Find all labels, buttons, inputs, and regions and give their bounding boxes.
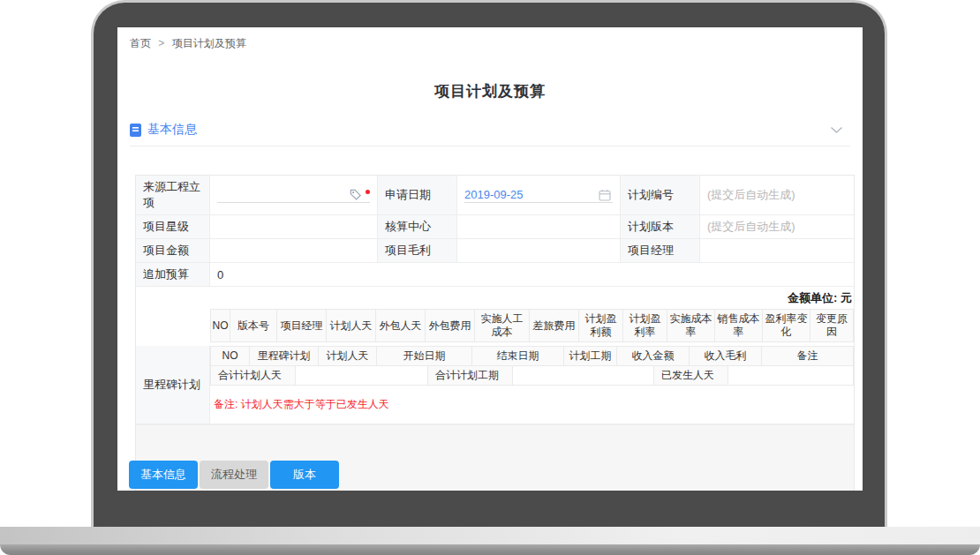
amount-unit-row: 金额单位: 元: [136, 287, 854, 309]
label-source-project: 来源工程立项: [136, 176, 210, 215]
version-col-header: 外包费用: [426, 310, 475, 342]
laptop-base: [0, 527, 980, 555]
apply-date-cell: 2019-09-25: [457, 176, 621, 215]
version-col-header: 版本号: [230, 310, 277, 342]
label-project-amount: 项目金额: [136, 239, 210, 263]
milestone-col-header: 备注: [762, 347, 854, 366]
chevron-down-icon[interactable]: [830, 126, 850, 134]
breadcrumb: 首页 > 项目计划及预算: [117, 27, 863, 51]
label-apply-date: 申请日期: [378, 176, 457, 215]
milestone-col-header: 计划工期: [564, 347, 617, 366]
version-col-header: 变更原因: [810, 310, 854, 342]
plan-no-placeholder: (提交后自动生成): [707, 187, 795, 203]
source-project-input[interactable]: [217, 188, 370, 203]
version-col-header: NO: [211, 310, 230, 342]
project-manager-value: [700, 239, 854, 263]
project-star-value: [210, 215, 378, 239]
label-project-profit: 项目毛利: [378, 239, 457, 263]
label-project-manager: 项目经理: [621, 239, 700, 263]
milestone-section: 里程碑计划 NO 里程碑计划 计划人天 开始日期: [136, 346, 854, 424]
milestone-col-header: 收入毛利: [690, 347, 762, 366]
laptop-base-top: [0, 527, 980, 544]
version-col-header: 外包人天: [376, 310, 426, 342]
label-additional-budget: 追加预算: [136, 263, 210, 287]
milestone-summary-row: 合计计划人天 合计计划工期 已发生人天: [210, 366, 854, 386]
version-col-header: 项目经理: [277, 310, 327, 342]
version-col-header: 计划盈利率: [623, 310, 667, 342]
milestone-col-header: NO: [211, 347, 250, 366]
additional-budget-value: 0: [210, 263, 854, 287]
occurred-days-value: [727, 366, 854, 386]
tab-process[interactable]: 流程处理: [200, 461, 268, 489]
milestone-col-header: 计划人天: [319, 347, 377, 366]
basic-info-form: 来源工程立项 申请日期 2019-09-25: [135, 175, 855, 491]
occurred-days-label: 已发生人天: [653, 366, 727, 386]
breadcrumb-home[interactable]: 首页: [130, 37, 151, 49]
version-col-header: 计划盈利额: [579, 310, 623, 342]
amount-unit-note: 金额单位: 元: [788, 290, 852, 306]
version-col-header: 实施成本率: [667, 310, 715, 342]
apply-date-value[interactable]: 2019-09-25: [464, 188, 524, 201]
breadcrumb-current: 项目计划及预算: [172, 37, 246, 49]
breadcrumb-separator: >: [158, 37, 164, 49]
milestone-content: NO 里程碑计划 计划人天 开始日期 结束日期 计划工期 收入金额 收入毛利 备…: [210, 346, 854, 424]
total-duration-label: 合计计划工期: [427, 366, 512, 386]
milestone-col-header: 里程碑计划: [250, 347, 319, 366]
version-col-header: 销售成本率: [715, 310, 763, 342]
label-plan-no: 计划编号: [621, 176, 700, 215]
milestone-row-label: 里程碑计划: [136, 346, 210, 424]
version-col-header: 实施人工成本: [475, 310, 530, 342]
laptop-base-bottom: [0, 544, 980, 555]
laptop-mockup: 首页 > 项目计划及预算 项目计划及预算 基本信息 来源工程立项: [0, 0, 980, 555]
project-profit-value: [457, 239, 621, 263]
section-header-basic-info: 基本信息: [130, 122, 850, 138]
bottom-tabs: 基本信息 流程处理 版本: [129, 461, 339, 489]
plan-version-placeholder: (提交后自动生成): [707, 219, 795, 235]
plan-no-cell: (提交后自动生成): [700, 176, 854, 215]
page-title: 项目计划及预算: [117, 81, 863, 101]
version-col-header: 盈利率变化: [763, 310, 810, 342]
total-plan-days-label: 合计计划人天: [210, 366, 295, 386]
cost-center-value: [457, 215, 621, 239]
label-plan-version: 计划版本: [621, 215, 700, 239]
form-grid: 来源工程立项 申请日期 2019-09-25: [136, 176, 854, 287]
required-marker: [366, 190, 370, 194]
version-table-section: NO 版本号 项目经理 计划人天 外包人天 外包费用 实施人工成本 差旅费用 计…: [136, 309, 854, 342]
project-amount-value: [210, 239, 378, 263]
app-window: 首页 > 项目计划及预算 项目计划及预算 基本信息 来源工程立项: [117, 27, 863, 491]
milestone-col-header: 收入金额: [617, 347, 690, 366]
validation-note: 备注: 计划人天需大于等于已发生人天: [214, 397, 854, 412]
milestone-col-header: 开始日期: [377, 347, 472, 366]
tag-icon: [349, 188, 362, 201]
total-plan-days-value: [295, 366, 427, 386]
plan-version-cell: (提交后自动生成): [700, 215, 854, 239]
section-divider: [130, 146, 850, 146]
tab-version[interactable]: 版本: [270, 461, 339, 489]
laptop-bezel: 首页 > 项目计划及预算 项目计划及预算 基本信息 来源工程立项: [91, 0, 887, 527]
tab-basic-info[interactable]: 基本信息: [129, 461, 198, 489]
milestone-table: NO 里程碑计划 计划人天 开始日期 结束日期 计划工期 收入金额 收入毛利 备…: [210, 346, 854, 366]
total-duration-value: [512, 366, 653, 386]
version-table: NO 版本号 项目经理 计划人天 外包人天 外包费用 实施人工成本 差旅费用 计…: [210, 309, 854, 342]
label-cost-center: 核算中心: [378, 215, 457, 239]
section-title: 基本信息: [147, 122, 197, 138]
calendar-icon[interactable]: [599, 189, 613, 201]
label-project-star: 项目星级: [136, 215, 210, 239]
source-project-cell: [210, 176, 378, 215]
document-icon: [130, 124, 141, 137]
version-col-header: 计划人天: [327, 310, 376, 342]
version-col-header: 差旅费用: [530, 310, 579, 342]
milestone-col-header: 结束日期: [472, 347, 564, 366]
apply-date-input[interactable]: 2019-09-25: [464, 188, 613, 203]
